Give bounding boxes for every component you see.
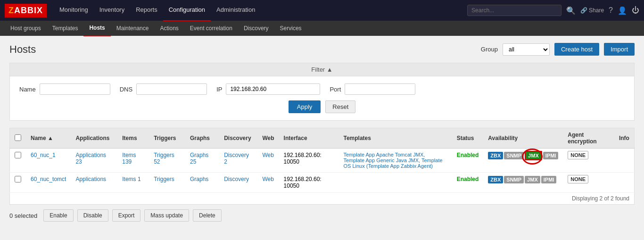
row-checkbox-2[interactable] xyxy=(15,176,21,182)
subnav-actions[interactable]: Actions xyxy=(154,21,184,36)
items-link-2[interactable]: Items 1 xyxy=(122,176,140,182)
top-nav-right: 🔍 🔗 Share ? 👤 ⏻ xyxy=(467,5,639,16)
status-2: Enabled xyxy=(452,173,484,193)
search-icon[interactable]: 🔍 xyxy=(566,6,576,15)
col-discovery: Discovery xyxy=(219,128,257,149)
reset-button[interactable]: Reset xyxy=(325,100,355,113)
page-content: Hosts Group all Create host Import Filte… xyxy=(0,36,644,229)
create-host-button[interactable]: Create host xyxy=(554,43,599,56)
sub-navigation: Host groups Templates Hosts Maintenance … xyxy=(0,21,644,36)
avail-ipmi-2: IPMI xyxy=(541,176,557,183)
user-icon[interactable]: 👤 xyxy=(618,6,627,15)
subnav-hosts[interactable]: Hosts xyxy=(83,20,110,36)
filter-name-input[interactable] xyxy=(40,83,110,95)
subnav-discovery[interactable]: Discovery xyxy=(238,21,274,36)
nav-monitoring[interactable]: Monitoring xyxy=(54,0,94,21)
filter-dns-label: DNS xyxy=(120,86,132,93)
interface-1: 192.168.20.60: 10050 xyxy=(279,149,339,173)
filter-ip-input[interactable] xyxy=(226,83,320,95)
import-button[interactable]: Import xyxy=(604,43,635,56)
filter-dns-field: DNS xyxy=(120,83,207,95)
avail-group-2: ZBX SNMP JMX IPMI xyxy=(488,176,558,183)
top-nav-links: Monitoring Inventory Reports Configurati… xyxy=(54,0,467,21)
avail-zbx-1: ZBX xyxy=(488,152,503,159)
displaying-text: Displaying 2 of 2 found xyxy=(9,193,635,205)
discovery-link-1[interactable]: Discovery 2 xyxy=(224,152,249,165)
subnav-templates[interactable]: Templates xyxy=(47,21,84,36)
info-1 xyxy=(614,149,635,173)
page-title: Hosts xyxy=(9,43,36,56)
page-header: Hosts Group all Create host Import xyxy=(9,43,635,56)
info-2 xyxy=(614,173,635,193)
agent-encryption-1: NONE xyxy=(563,149,614,173)
delete-button[interactable]: Delete xyxy=(193,209,222,222)
applications-link-1[interactable]: Applications 23 xyxy=(75,152,106,165)
triggers-link-2[interactable]: Triggers xyxy=(154,176,174,182)
none-badge-1: NONE xyxy=(568,151,588,159)
table-row: 60_nuc_tomct Applications Items 1 Trigge… xyxy=(10,173,635,193)
bottom-bar: 0 selected Enable Disable Export Mass up… xyxy=(9,209,635,222)
table-row: 60_nuc_1 Applications 23 Items 139 Trigg… xyxy=(10,149,635,173)
filter-body: Name DNS IP Port Apply Reset xyxy=(10,76,634,120)
nav-administration[interactable]: Administration xyxy=(211,0,261,21)
subnav-services[interactable]: Services xyxy=(274,21,307,36)
web-link-2[interactable]: Web xyxy=(262,176,273,182)
avail-ipmi-1: IPMI xyxy=(543,152,559,159)
host-name-1[interactable]: 60_nuc_1 xyxy=(31,152,56,158)
availability-2: ZBX SNMP JMX IPMI xyxy=(483,173,563,193)
filter-port-field: Port xyxy=(330,83,415,95)
filter-port-label: Port xyxy=(330,86,341,93)
col-items: Items xyxy=(117,128,149,149)
subnav-maintenance[interactable]: Maintenance xyxy=(111,21,155,36)
col-name[interactable]: Name ▲ xyxy=(26,128,71,149)
page-header-actions: Group all Create host Import xyxy=(481,43,635,56)
search-input[interactable] xyxy=(467,5,561,16)
availability-1: ZBX SNMP JMX IPMI xyxy=(483,149,563,173)
subnav-host-groups[interactable]: Host groups xyxy=(5,21,47,36)
avail-zbx-2: ZBX xyxy=(488,176,503,183)
avail-jmx-1: JMX xyxy=(525,151,542,160)
graphs-link-1[interactable]: Graphs 25 xyxy=(190,152,208,165)
nav-inventory[interactable]: Inventory xyxy=(94,0,130,21)
share-icon: 🔗 xyxy=(580,7,587,14)
col-graphs: Graphs xyxy=(185,128,219,149)
avail-jmx-2: JMX xyxy=(525,176,540,183)
subnav-event-correlation[interactable]: Event correlation xyxy=(184,21,238,36)
nav-configuration[interactable]: Configuration xyxy=(163,0,211,21)
avail-group-1: ZBX SNMP JMX IPMI xyxy=(488,152,558,159)
row-checkbox-1[interactable] xyxy=(15,152,21,158)
filter-header[interactable]: Filter ▲ xyxy=(10,63,634,76)
host-name-2[interactable]: 60_nuc_tomct xyxy=(31,176,66,182)
interface-2: 192.168.20.60: 10050 xyxy=(279,173,339,193)
templates-2 xyxy=(339,173,452,193)
col-interface: Interface xyxy=(279,128,339,149)
power-icon[interactable]: ⏻ xyxy=(632,6,639,15)
web-link-1[interactable]: Web xyxy=(262,152,273,158)
apply-button[interactable]: Apply xyxy=(289,100,321,113)
filter-ip-field: IP xyxy=(216,83,320,95)
filter-dns-input[interactable] xyxy=(136,83,207,95)
group-select[interactable]: all xyxy=(503,43,550,56)
enable-button[interactable]: Enable xyxy=(43,209,73,222)
col-templates: Templates xyxy=(339,128,452,149)
filter-port-input[interactable] xyxy=(345,83,415,95)
export-button[interactable]: Export xyxy=(112,209,141,222)
col-applications: Applications xyxy=(71,128,117,149)
disable-button[interactable]: Disable xyxy=(77,209,108,222)
graphs-link-2[interactable]: Graphs xyxy=(190,176,208,182)
filter-name-label: Name xyxy=(19,86,36,93)
share-button[interactable]: 🔗 Share xyxy=(580,7,604,14)
select-all-checkbox[interactable] xyxy=(15,134,21,141)
nav-reports[interactable]: Reports xyxy=(130,0,163,21)
triggers-link-1[interactable]: Triggers 52 xyxy=(154,152,174,165)
discovery-link-2[interactable]: Discovery xyxy=(224,176,249,182)
filter-name-field: Name xyxy=(19,83,110,95)
items-link-1[interactable]: Items 139 xyxy=(122,152,136,165)
applications-link-2[interactable]: Applications xyxy=(75,176,106,182)
avail-snmp-2: SNMP xyxy=(504,176,524,183)
col-triggers: Triggers xyxy=(149,128,185,149)
mass-update-button[interactable]: Mass update xyxy=(144,209,189,222)
help-icon[interactable]: ? xyxy=(609,6,613,15)
group-label: Group xyxy=(481,46,498,53)
top-navigation: ZABBIX Monitoring Inventory Reports Conf… xyxy=(0,0,644,21)
